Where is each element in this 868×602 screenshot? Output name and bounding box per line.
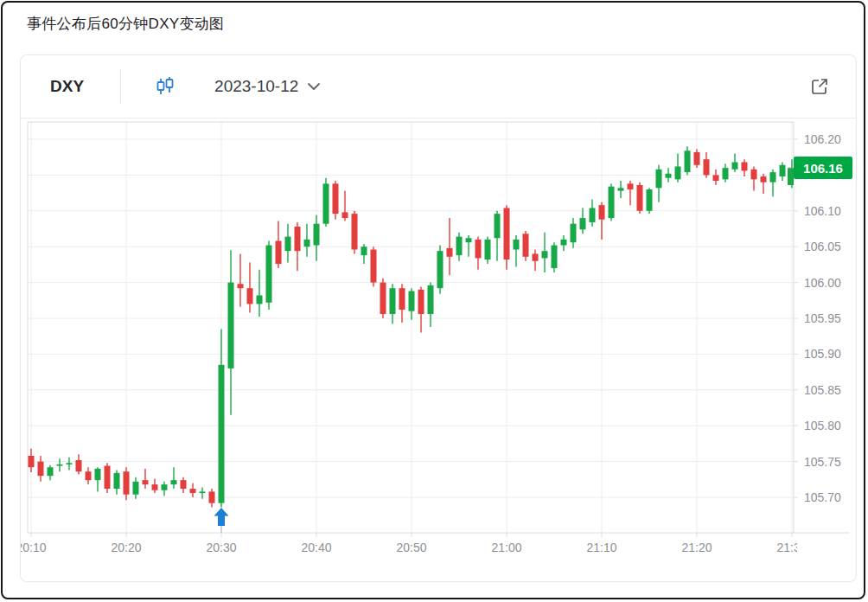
x-tick-label: 21:00 xyxy=(491,541,521,554)
external-link-icon[interactable] xyxy=(809,76,830,97)
candle-body xyxy=(485,240,491,259)
candle-body xyxy=(523,234,529,256)
candle-body xyxy=(732,162,738,169)
chart-toolbar: DXY 2023-10-12 xyxy=(21,55,856,118)
candle-body xyxy=(285,237,291,252)
candle-body xyxy=(238,284,244,288)
y-tick-label: 105.85 xyxy=(804,383,841,397)
candle-body xyxy=(257,296,263,304)
candle-body xyxy=(685,150,691,172)
grid-lines xyxy=(28,122,794,533)
candlestick-chart[interactable]: 20:1020:2020:3020:4020:5021:0021:1021:20… xyxy=(21,118,856,582)
candle-body xyxy=(466,238,472,242)
candle-body xyxy=(437,251,444,288)
candle-body xyxy=(704,159,710,175)
candle-body xyxy=(542,251,548,258)
candle-body xyxy=(751,170,757,180)
candle-body xyxy=(418,290,424,314)
candle-body xyxy=(571,224,577,243)
candle-body xyxy=(323,183,329,223)
candle-body xyxy=(514,240,520,250)
candle-body xyxy=(295,227,301,251)
candle-body xyxy=(67,463,73,464)
page-title: 事件公布后60分钟DXY变动图 xyxy=(27,14,224,34)
candle-body xyxy=(533,253,539,260)
candle-body xyxy=(266,246,272,303)
candle-body xyxy=(342,212,348,218)
candle-body xyxy=(48,467,54,476)
candle-body xyxy=(38,462,44,477)
y-tick-label: 105.75 xyxy=(804,455,841,469)
candle-body xyxy=(76,460,82,471)
y-tick-label: 106.05 xyxy=(804,240,841,253)
chevron-down-icon xyxy=(307,82,321,91)
candles-group xyxy=(21,146,796,507)
x-tick-label: 20:30 xyxy=(206,541,236,554)
candle-body xyxy=(57,464,63,466)
candle-body xyxy=(152,484,158,490)
candle-body xyxy=(580,218,586,229)
candle-body xyxy=(162,484,168,490)
candle-body xyxy=(475,240,482,259)
candle-body xyxy=(723,168,729,179)
candle-body xyxy=(552,246,558,268)
candlestick-type-icon[interactable] xyxy=(154,75,176,98)
candle-body xyxy=(29,456,35,467)
candle-body xyxy=(599,205,605,220)
candle-body xyxy=(143,480,149,484)
candle-body xyxy=(761,176,767,183)
date-picker[interactable]: 2023-10-12 xyxy=(214,77,321,96)
candle-body xyxy=(742,162,748,170)
candle-body xyxy=(95,469,101,480)
candle-body xyxy=(190,489,196,493)
candle-body xyxy=(656,170,662,189)
candle-body xyxy=(713,175,719,181)
event-marker-arrow xyxy=(214,508,229,526)
candle-body xyxy=(561,240,567,246)
y-tick-label: 105.80 xyxy=(804,419,841,432)
candle-body xyxy=(371,250,377,283)
y-tick-label: 105.95 xyxy=(804,311,841,325)
candle-body xyxy=(666,174,672,178)
x-tick-label: 20:20 xyxy=(111,541,141,554)
x-tick-label: 21:20 xyxy=(681,541,712,554)
candle-body xyxy=(124,471,130,494)
candle-body xyxy=(21,456,25,469)
y-tick-label: 105.70 xyxy=(804,490,841,504)
y-tick-label: 105.90 xyxy=(804,347,841,361)
x-tick-label: 20:50 xyxy=(396,541,426,554)
candle-body xyxy=(647,189,653,211)
candle-body xyxy=(181,480,187,489)
x-tick-label: 21:10 xyxy=(586,541,616,554)
candle-body xyxy=(219,365,225,503)
chart-card: DXY 2023-10-12 xyxy=(20,54,857,582)
candle-body xyxy=(276,241,282,264)
candle-body xyxy=(171,480,177,484)
symbol-label: DXY xyxy=(50,77,84,96)
candle-body xyxy=(390,288,396,314)
candle-body xyxy=(675,166,681,179)
date-value: 2023-10-12 xyxy=(214,77,298,96)
candle-body xyxy=(333,183,339,214)
y-tick-label: 106.00 xyxy=(804,276,841,290)
candle-body xyxy=(209,491,215,503)
candle-body xyxy=(399,288,405,310)
candle-body xyxy=(428,285,434,314)
candle-body xyxy=(409,291,415,311)
candle-body xyxy=(304,240,310,247)
price-chart-svg: 20:1020:2020:3020:4020:5021:0021:1021:20… xyxy=(21,118,856,582)
candle-body xyxy=(228,283,234,368)
toolbar-divider xyxy=(120,69,121,104)
app-window: 事件公布后60分钟DXY变动图 DXY 2023-10-12 xyxy=(1,1,865,599)
candle-body xyxy=(447,248,453,257)
candle-body xyxy=(609,187,615,218)
candle-body xyxy=(770,172,776,183)
candle-body xyxy=(361,247,367,255)
x-tick-label: 20:10 xyxy=(21,541,47,554)
candle-body xyxy=(637,185,643,211)
candle-body xyxy=(86,471,92,480)
candle-body xyxy=(590,208,596,222)
candle-body xyxy=(247,288,253,304)
x-tick-label: 21:30 xyxy=(776,541,807,554)
candle-body xyxy=(314,224,320,246)
